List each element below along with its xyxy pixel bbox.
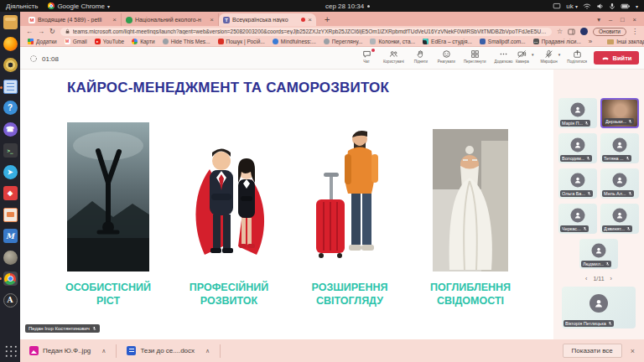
viber-icon[interactable]: ☎: [3, 122, 18, 137]
document-file-icon: [127, 346, 136, 355]
mic-off-icon: [586, 156, 590, 161]
files-icon[interactable]: [3, 15, 18, 29]
address-bar[interactable]: teams.microsoft.com/light-meetings/launc…: [60, 28, 552, 36]
participant-tile[interactable]: Людмил...: [579, 239, 618, 269]
help-icon[interactable]: ?: [3, 101, 18, 115]
participant-tile[interactable]: Тетяна ...: [600, 133, 639, 163]
firefox-icon[interactable]: [3, 37, 18, 51]
side-panel-icon[interactable]: [568, 28, 575, 35]
chrome-icon: [48, 3, 55, 9]
mega-icon[interactable]: M: [3, 229, 18, 243]
avatar: [592, 244, 606, 258]
participant-tile[interactable]: Черкас...: [558, 204, 597, 234]
raise-hand-button[interactable]: Підняти: [413, 49, 429, 64]
meeting-toolbar: 01:08 Чат Користувачі Підняти: [20, 47, 644, 70]
raise-hand-icon: [416, 49, 425, 59]
bookmark-hide-this[interactable]: Hide This Mes...: [163, 39, 210, 44]
share-button[interactable]: Поділитися: [567, 49, 587, 64]
participant-name-chip: Дзвинят...: [602, 225, 632, 232]
mic-off-icon: [584, 121, 589, 126]
mic-off-icon: [626, 226, 631, 231]
kebab-menu-icon[interactable]: ⋮: [631, 28, 638, 35]
terminal-icon[interactable]: >_: [3, 143, 18, 158]
self-video-tile[interactable]: Вікторія Петлицька: [562, 287, 636, 328]
update-chrome-button[interactable]: Оновити: [593, 28, 626, 36]
rhythmbox-icon[interactable]: [3, 58, 18, 72]
bookmark-view[interactable]: Перегляну...: [324, 39, 363, 44]
activities-button[interactable]: Діяльність: [6, 3, 38, 10]
back-icon[interactable]: ←: [26, 28, 33, 35]
caption-deepening-consciousness: ПОГЛИБЛЕННЯ СВІДОМОСТІ: [430, 281, 511, 308]
chevron-down-icon[interactable]: ▾: [532, 52, 534, 57]
leave-button[interactable]: Вийти: [594, 51, 639, 65]
window-chevron-icon[interactable]: ▾: [597, 16, 600, 23]
minimize-icon[interactable]: –: [609, 16, 612, 23]
circle-a-app-icon[interactable]: A: [3, 293, 18, 308]
libreoffice-writer-icon[interactable]: [3, 80, 18, 94]
new-tab-button[interactable]: +: [325, 13, 330, 26]
tab-close-icon[interactable]: ×: [210, 16, 214, 23]
download-item-jpg[interactable]: Педан Ю.Ф..jpg ∧: [29, 346, 106, 355]
system-tray[interactable]: uk ▾ ▾: [553, 3, 638, 10]
bookmark-kolonky[interactable]: Колонки, ста...: [370, 39, 415, 44]
battery-icon: [621, 3, 631, 10]
bookmark-pradavni[interactable]: …Прадавні ліси...: [533, 39, 581, 44]
other-bookmarks[interactable]: Інші закладки: [607, 39, 644, 44]
show-apps-icon[interactable]: [3, 344, 17, 357]
view-button[interactable]: Переглянути: [464, 49, 486, 64]
app-menu[interactable]: Google Chrome ▾: [48, 3, 110, 10]
download-item-docx[interactable]: Тези до се....docx ∧: [127, 346, 210, 355]
bookmark-smallpdf[interactable]: Smallpdf.com...: [480, 39, 526, 44]
chevron-down-icon[interactable]: ▾: [558, 52, 561, 57]
tab-close-icon[interactable]: ×: [112, 16, 117, 23]
red-app-icon[interactable]: ◆: [3, 186, 18, 200]
camera-button[interactable]: Камера: [514, 49, 531, 64]
clock[interactable]: сер 28 10:34: [325, 3, 370, 10]
profile-avatar[interactable]: [580, 28, 588, 35]
react-button[interactable]: Реагувати: [438, 49, 455, 64]
chevron-up-icon[interactable]: ∧: [101, 348, 106, 354]
bookmark-apps[interactable]: Додатки: [28, 39, 57, 44]
gimp-icon[interactable]: [3, 251, 18, 265]
mic-button[interactable]: Мікрофон: [540, 49, 557, 64]
reload-icon[interactable]: ↻: [49, 28, 55, 35]
avatar: [571, 173, 585, 188]
participant-tile-active-speaker[interactable]: Дерзьки...: [600, 98, 639, 128]
participants-button[interactable]: Користувачі: [383, 49, 404, 64]
chat-button[interactable]: Чат: [358, 49, 375, 64]
tab-teams-meeting[interactable]: T Всеукраїнська науко ×: [219, 13, 316, 26]
bookmark-youtube[interactable]: ▸YouTube: [95, 39, 125, 44]
bookmark-mindfulness[interactable]: Mindfulness:...: [273, 39, 316, 44]
chrome-dock-icon[interactable]: [3, 272, 18, 286]
chevron-up-icon[interactable]: ∧: [205, 348, 210, 354]
participant-tile[interactable]: Дзвинят...: [600, 204, 639, 234]
more-button[interactable]: Додатково: [495, 49, 513, 64]
close-downloads-icon[interactable]: ×: [631, 347, 635, 355]
participant-tile[interactable]: Володим...: [558, 133, 597, 163]
participant-tile[interactable]: Марія П...: [558, 98, 597, 128]
page-next-icon[interactable]: ›: [610, 276, 612, 282]
show-all-downloads-button[interactable]: Показати все: [563, 344, 622, 358]
bookmark-edera[interactable]: EdEra – студія...: [423, 39, 472, 44]
libreoffice-impress-icon[interactable]: [3, 208, 18, 222]
system-top-bar: Діяльність Google Chrome ▾ сер 28 10:34 …: [0, 0, 644, 12]
maximize-icon[interactable]: □: [621, 16, 625, 23]
tab-close-icon[interactable]: ×: [308, 16, 312, 23]
site-icon: [273, 39, 278, 44]
telegram-icon[interactable]: ➤: [3, 165, 18, 179]
bookmark-maps[interactable]: Карти: [132, 39, 154, 44]
close-icon[interactable]: ×: [633, 16, 636, 23]
participant-tile[interactable]: Мель Ал...: [600, 168, 639, 199]
keyboard-layout[interactable]: uk ▾: [566, 3, 578, 10]
page-prev-icon[interactable]: ‹: [585, 276, 587, 282]
participant-tile[interactable]: Ольга Ба...: [558, 168, 597, 199]
avatar: [589, 294, 608, 313]
site-icon: …: [533, 39, 539, 44]
tab-gmail[interactable]: M Входящие (4 589) - petli ×: [24, 13, 122, 26]
bookmark-poshuk[interactable]: Пошук | Росій...: [218, 39, 265, 44]
bookmarks-overflow-icon[interactable]: »: [589, 38, 592, 45]
bookmark-gmail[interactable]: MGmail: [65, 39, 87, 44]
tab-eco-site[interactable]: Національний еколого-н ×: [122, 13, 219, 26]
forward-icon[interactable]: →: [38, 28, 44, 35]
bookmark-star-icon[interactable]: ☆: [557, 28, 563, 35]
